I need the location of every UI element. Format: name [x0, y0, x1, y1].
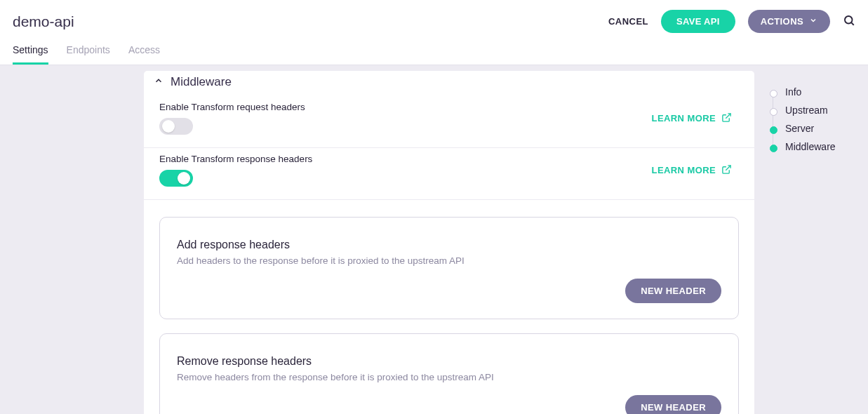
tabs: Settings Endpoints Access — [0, 40, 868, 65]
row-label-response: Enable Transform response headers — [159, 154, 312, 164]
new-header-button-add[interactable]: NEW HEADER — [625, 279, 721, 303]
svg-line-3 — [726, 165, 730, 170]
learn-more-response-link[interactable]: LEARN MORE — [652, 164, 732, 177]
new-header-button-remove[interactable]: NEW HEADER — [625, 395, 721, 414]
actions-button[interactable]: ACTIONS — [748, 10, 830, 33]
card-title: Remove response headers — [177, 355, 721, 368]
card-remove-response-headers: Remove response headers Remove headers f… — [159, 333, 739, 414]
sidebar-item-middleware[interactable]: Middleware — [770, 141, 836, 152]
svg-line-2 — [726, 113, 730, 118]
main-panel: Middleware Enable Transform request head… — [144, 71, 754, 414]
search-icon[interactable] — [843, 14, 855, 29]
page-header: demo-api CANCEL SAVE API ACTIONS — [0, 0, 868, 40]
content: Middleware Enable Transform request head… — [0, 65, 868, 414]
tab-endpoints[interactable]: Endpoints — [67, 40, 110, 65]
page-title: demo-api — [13, 13, 74, 30]
toggle-transform-response[interactable] — [159, 170, 193, 187]
panel-body: Add response headers Add headers to the … — [144, 200, 754, 414]
cancel-button[interactable]: CANCEL — [608, 16, 648, 27]
learn-more-label: LEARN MORE — [652, 165, 716, 175]
svg-point-0 — [845, 16, 853, 24]
toggle-knob — [178, 172, 190, 185]
toggle-knob — [162, 120, 175, 133]
row-transform-request: Enable Transform request headers LEARN M… — [144, 96, 754, 148]
section-header: Middleware — [144, 71, 754, 96]
row-label-request: Enable Transform request headers — [159, 102, 305, 112]
toggle-transform-request[interactable] — [159, 118, 193, 135]
row-transform-response: Enable Transform response headers LEARN … — [144, 148, 754, 200]
tab-settings[interactable]: Settings — [13, 40, 48, 65]
learn-more-label: LEARN MORE — [652, 113, 716, 123]
card-desc: Remove headers from the response before … — [177, 372, 721, 382]
header-actions: CANCEL SAVE API ACTIONS — [608, 10, 855, 33]
external-link-icon — [721, 112, 732, 125]
chevron-up-icon[interactable] — [154, 76, 163, 88]
svg-line-1 — [851, 22, 853, 25]
learn-more-request-link[interactable]: LEARN MORE — [652, 112, 732, 125]
actions-button-label: ACTIONS — [761, 16, 803, 27]
sidebar-timeline: Info Upstream Server Middleware — [754, 71, 836, 414]
chevron-down-icon — [809, 16, 817, 27]
sidebar-item-server[interactable]: Server — [770, 123, 836, 134]
card-title: Add response headers — [177, 239, 721, 251]
card-desc: Add headers to the response before it is… — [177, 255, 721, 266]
sidebar-item-info[interactable]: Info — [770, 86, 836, 98]
external-link-icon — [721, 164, 732, 177]
save-api-button[interactable]: SAVE API — [661, 10, 735, 33]
card-add-response-headers: Add response headers Add headers to the … — [159, 217, 739, 319]
section-title: Middleware — [171, 75, 232, 89]
tab-access[interactable]: Access — [128, 40, 160, 65]
sidebar-item-upstream[interactable]: Upstream — [770, 105, 836, 116]
